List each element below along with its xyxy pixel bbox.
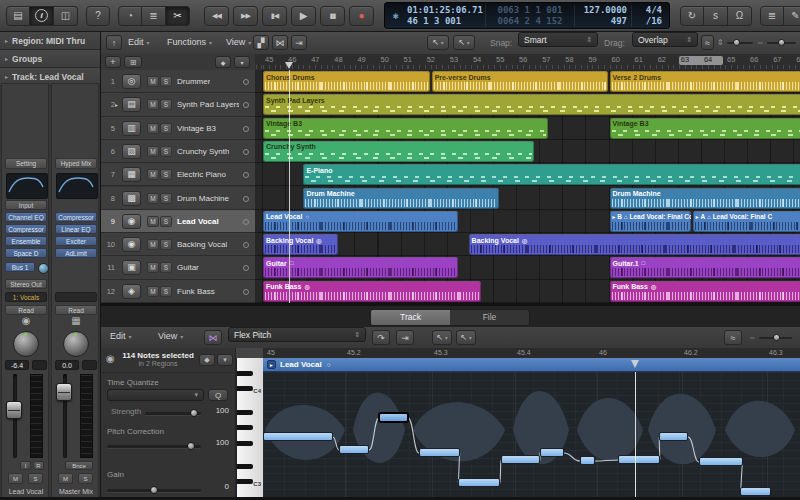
strength-slider[interactable]: [145, 412, 201, 415]
track-mute-button[interactable]: M: [147, 216, 159, 227]
region-play-icon[interactable]: ▸: [267, 360, 276, 369]
flex-pitch-note[interactable]: [659, 432, 688, 441]
flex-pitch-note[interactable]: [699, 457, 743, 466]
volume-readout[interactable]: 0.0: [55, 360, 79, 370]
waveform-zoom-icon[interactable]: ≈: [724, 330, 742, 345]
flex-pitch-note[interactable]: [379, 413, 408, 422]
local-menu-button[interactable]: ▾: [217, 354, 233, 366]
zoom-resize-icon[interactable]: ▞: [253, 35, 269, 50]
black-key[interactable]: [237, 371, 253, 376]
group-slot[interactable]: 1: Vocals: [5, 292, 47, 302]
plugin-slot[interactable]: AdLimit: [55, 248, 97, 258]
flex-pitch-note[interactable]: [540, 448, 564, 457]
track-options-button[interactable]: ◆: [215, 56, 231, 68]
lcd-settings-icon[interactable]: ✱: [388, 10, 403, 21]
list-editors-button[interactable]: ≣: [760, 6, 784, 26]
lcd-time-signature[interactable]: 4/4: [636, 5, 662, 16]
region[interactable]: Drum Machine: [303, 188, 499, 209]
input-monitor-button[interactable]: [243, 219, 249, 225]
input-monitor-button[interactable]: [243, 289, 249, 295]
tab-track[interactable]: Track: [371, 310, 450, 325]
input-monitor-button[interactable]: [243, 172, 249, 178]
track-solo-button[interactable]: S: [160, 193, 172, 204]
black-key[interactable]: [237, 464, 253, 469]
plugin-slot[interactable]: Ensemble: [5, 236, 47, 246]
plugin-slot[interactable]: Linear EQ: [55, 224, 97, 234]
replace-button[interactable]: s: [704, 6, 728, 26]
region[interactable]: Drum Machine: [610, 188, 800, 209]
track-mute-button[interactable]: M: [147, 169, 159, 180]
flex-pitch-note[interactable]: [263, 432, 333, 441]
lcd-tempo[interactable]: 127.0000: [579, 5, 627, 16]
go-to-beginning-button[interactable]: ▮◀: [262, 6, 287, 26]
track-mute-button[interactable]: M: [147, 123, 159, 134]
send-knob[interactable]: [38, 263, 49, 274]
flex-mode-select[interactable]: Flex Pitch⇕: [228, 327, 366, 342]
track-header-9[interactable]: 9◉MSLead Vocal: [101, 210, 255, 233]
record-button[interactable]: ●: [349, 6, 374, 26]
black-key[interactable]: [237, 410, 253, 415]
region-filter-icon[interactable]: ⇥: [291, 35, 307, 50]
tools-button[interactable]: ✂: [166, 6, 190, 26]
send-slot[interactable]: Bus 1: [5, 262, 35, 272]
plugin-slot[interactable]: Compressor: [5, 224, 47, 234]
track-solo-button[interactable]: S: [160, 216, 172, 227]
track-header-8[interactable]: 8▩MSDrum Machine: [101, 187, 255, 210]
track-header-10[interactable]: 10◉MSBacking Vocal: [101, 233, 255, 256]
lcd-position[interactable]: 46 1 3 001: [407, 16, 481, 27]
black-key[interactable]: [237, 425, 253, 430]
quick-help-button[interactable]: ?: [86, 6, 110, 26]
command-click-tool-button[interactable]: ↖▾: [453, 35, 475, 50]
flex-pitch-note[interactable]: [501, 455, 540, 464]
forward-button[interactable]: ▶▶: [233, 6, 258, 26]
input-monitor-button[interactable]: [243, 242, 249, 248]
quantize-apply-button[interactable]: Q: [208, 389, 228, 401]
solo-button[interactable]: S: [28, 473, 43, 484]
mute-button[interactable]: M: [8, 473, 23, 484]
plugin-slot[interactable]: Compressor: [55, 212, 97, 222]
lcd-cycle-end[interactable]: 0064 2 4 152: [490, 16, 570, 27]
automation-mode-button[interactable]: Read: [5, 305, 47, 315]
flex-pitch-note[interactable]: [419, 448, 460, 457]
region[interactable]: E-Piano: [303, 164, 800, 185]
track-header-2[interactable]: 2▸▤MSSynth Pad Layers: [101, 93, 255, 116]
lcd-display[interactable]: ✱ 01:01:25:06.71 46 1 3 001 0063 1 1 001…: [384, 2, 670, 29]
rewind-button[interactable]: ◀◀: [204, 6, 229, 26]
flex-icon[interactable]: ⋈: [272, 35, 288, 50]
volume-fader[interactable]: [56, 383, 72, 401]
lcd-division[interactable]: /16: [636, 16, 662, 27]
track-mute-button[interactable]: M: [147, 76, 159, 87]
tab-file[interactable]: File: [450, 310, 529, 325]
plugin-slot[interactable]: Exciter: [55, 236, 97, 246]
track-solo-button[interactable]: S: [160, 99, 172, 110]
track-header-12[interactable]: 12◈MSFunk Bass: [101, 280, 255, 303]
menu-view[interactable]: View▾: [226, 37, 251, 47]
region[interactable]: Synth Pad Layers: [263, 94, 800, 115]
region[interactable]: Pre-verse Drums: [432, 71, 608, 92]
input-monitor-button[interactable]: [243, 196, 249, 202]
black-key[interactable]: [237, 479, 253, 484]
black-key[interactable]: [237, 441, 253, 446]
region[interactable]: Lead Vocal○: [263, 211, 458, 232]
output-slot[interactable]: Stereo Out: [5, 279, 47, 289]
lcd-time[interactable]: 01:01:25:06.71: [407, 5, 481, 16]
piano-keys[interactable]: C4C3: [236, 358, 263, 497]
strip-setting-button[interactable]: Setting: [5, 158, 47, 169]
toolbox-button[interactable]: ◫: [54, 6, 78, 26]
region[interactable]: Backing Vocal◎: [469, 234, 800, 255]
track-mute-button[interactable]: M: [147, 262, 159, 273]
pan-knob[interactable]: [13, 331, 39, 357]
region[interactable]: Crunchy Synth: [263, 141, 534, 162]
cycle-button[interactable]: ↻: [680, 6, 704, 26]
menu-functions[interactable]: Functions▾: [167, 37, 212, 47]
track-header-6[interactable]: 6▨MSCrunchy Synth: [101, 140, 255, 163]
editor-menu-edit[interactable]: Edit▾: [110, 331, 132, 341]
region[interactable]: ▸A∴Lead Vocal: Final C: [693, 211, 800, 232]
r-button[interactable]: R: [33, 461, 44, 470]
playhead-marker[interactable]: [285, 62, 293, 69]
flex-pitch-note[interactable]: [740, 487, 771, 496]
editor-zoom-slider[interactable]: ⇔: [748, 332, 792, 343]
volume-readout[interactable]: -6.4: [5, 360, 29, 370]
region[interactable]: Backing Vocal◎: [263, 234, 338, 255]
region[interactable]: Vintage B3: [610, 118, 800, 139]
